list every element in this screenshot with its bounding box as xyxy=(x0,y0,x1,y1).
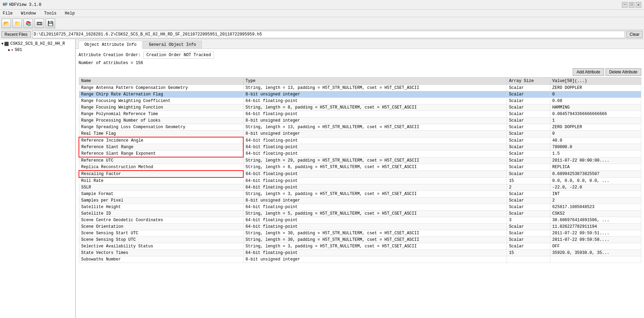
menu-window[interactable]: Window xyxy=(20,10,37,17)
table-row[interactable]: Range Focusing Weighting FunctionString,… xyxy=(79,104,641,111)
book-icon[interactable]: 📚 xyxy=(23,19,33,28)
cell-value: 30.606976414891506, ... xyxy=(550,217,641,224)
table-row[interactable]: Range Polynomial Reference Time64-bit fl… xyxy=(79,111,641,117)
attr-creation-value: Creation Order NOT Tracked xyxy=(143,52,214,59)
tree-child-item[interactable]: ▶ ● S01 xyxy=(0,47,75,53)
menu-file[interactable]: File xyxy=(1,10,14,17)
cell-value: 11.026227782911194 xyxy=(550,224,641,230)
table-row[interactable]: Satellite Height64-bit floating-pointSca… xyxy=(79,204,641,211)
recent-files-button[interactable]: Recent Files xyxy=(1,31,31,38)
cell-array-size: Scalar xyxy=(507,211,550,217)
tab-general-object-info[interactable]: General Object Info xyxy=(143,41,202,49)
cell-type: String, length = 3, padding = H5T_STR_NU… xyxy=(243,191,507,197)
table-row[interactable]: State Vectors Times64-bit floating-point… xyxy=(79,250,641,256)
table-row[interactable]: Subswaths Number8-bit unsigned integer xyxy=(79,256,641,263)
app-icon: HF xyxy=(3,2,8,7)
table-row[interactable]: Reference Incidence Angle64-bit floating… xyxy=(79,137,641,144)
cell-name: Scene Sensing Start UTC xyxy=(79,230,243,237)
table-row[interactable]: Scene Sensing Start UTCString, length = … xyxy=(79,230,641,237)
cell-array-size: Scalar xyxy=(507,164,550,171)
cell-type: 64-bit floating-point xyxy=(243,224,507,230)
cell-type: 64-bit floating-point xyxy=(243,204,507,211)
close-button[interactable]: ✕ xyxy=(636,2,641,8)
table-row[interactable]: Satellite IDString, length = 5, padding … xyxy=(79,211,641,217)
cell-value: REPLICA xyxy=(550,164,641,171)
cell-name: Range Polynomial Reference Time xyxy=(79,111,243,117)
table-row[interactable]: Scene Sensing Stop UTCString, length = 3… xyxy=(79,237,641,243)
table-row[interactable]: SSLR64-bit floating-point2-22.0, -22.0 xyxy=(79,184,641,191)
app-title: HDFView 3.1.0 xyxy=(9,2,41,7)
table-row[interactable]: Range Spreading Loss Compensation Geomet… xyxy=(79,124,641,131)
recentbar: Recent Files Clear xyxy=(0,30,644,39)
folder-icon[interactable]: 📁 xyxy=(12,19,22,28)
tree-root-item[interactable]: ▼ ⬛ CSKS2_SCS_B_HI_02_HH_R xyxy=(0,41,75,47)
add-attribute-button[interactable]: Add Attribute xyxy=(573,68,604,76)
tape-icon[interactable]: 📼 xyxy=(34,19,44,28)
cell-value: 0.68 xyxy=(550,98,641,104)
table-row[interactable]: Roll Rate64-bit floating-point150.0, 0.0… xyxy=(79,177,641,184)
cell-name: Replica Reconstruction Method xyxy=(79,164,243,171)
cell-name: Range Antenna Pattern Compensation Geome… xyxy=(79,85,243,91)
save-icon[interactable]: 💾 xyxy=(45,19,55,28)
minimize-button[interactable]: ─ xyxy=(622,2,627,8)
table-row[interactable]: Reference UTCString, length = 29, paddin… xyxy=(79,157,641,164)
cell-array-size: Scalar xyxy=(507,151,550,157)
table-row[interactable]: Real Time Flag8-bit unsigned integerScal… xyxy=(79,131,641,137)
cell-array-size: Scalar xyxy=(507,117,550,124)
cell-value: 40.0 xyxy=(550,137,641,144)
table-row[interactable]: Samples per Pixel8-bit unsigned integerS… xyxy=(79,197,641,204)
open-icon[interactable]: 📂 xyxy=(1,19,11,28)
clear-button[interactable]: Clear xyxy=(626,31,643,38)
table-row[interactable]: Range Chirp Rate Alternation Flag8-bit u… xyxy=(79,91,641,98)
tab-object-attribute-info[interactable]: Object Attribute Info xyxy=(79,41,142,49)
cell-type: String, length = 30, padding = H5T_STR_N… xyxy=(243,230,507,237)
table-row[interactable]: Replica Reconstruction MethodString, len… xyxy=(79,164,641,171)
cell-name: Range Chirp Rate Alternation Flag xyxy=(79,91,243,98)
table-row[interactable]: Range Antenna Pattern Compensation Geome… xyxy=(79,85,641,91)
maximize-button[interactable]: □ xyxy=(629,2,634,8)
menubar: File Window Tools Help xyxy=(0,10,644,17)
cell-array-size: Scalar xyxy=(507,124,550,131)
cell-array-size: Scalar xyxy=(507,230,550,237)
table-row[interactable]: Rescaling Factor64-bit floating-pointSca… xyxy=(79,171,641,177)
cell-array-size: Scalar xyxy=(507,191,550,197)
cell-array-size: Scalar xyxy=(507,131,550,137)
cell-array-size: Scalar xyxy=(507,98,550,104)
cell-name: Selective Availability Status xyxy=(79,243,243,250)
delete-attribute-button[interactable]: Delete Attribute xyxy=(605,68,641,76)
cell-type: 64-bit floating-point xyxy=(243,111,507,117)
table-row[interactable]: Selective Availability StatusString, len… xyxy=(79,243,641,250)
cell-name: Scene Orientation xyxy=(79,224,243,230)
cell-array-size: Scalar xyxy=(507,237,550,243)
attributes-table: Name Type Array Size Value[50](...) Rang… xyxy=(79,77,641,263)
cell-type: 64-bit floating-point xyxy=(243,144,507,151)
cell-value: 625817.1085048523 xyxy=(550,204,641,211)
cell-name: Sample Format xyxy=(79,191,243,197)
cell-type: String, length = 8, padding = H5T_STR_NU… xyxy=(243,164,507,171)
filepath-input[interactable] xyxy=(32,31,625,38)
cell-value xyxy=(550,256,641,263)
table-row[interactable]: Scene Centre Geodetic Coordinates64-bit … xyxy=(79,217,641,224)
cell-array-size: Scalar xyxy=(507,197,550,204)
table-row[interactable]: Reference Slant Range Exponent64-bit flo… xyxy=(79,151,641,157)
main-container: ▼ ⬛ CSKS2_SCS_B_HI_02_HH_R ▶ ● S01 Objec… xyxy=(0,39,644,318)
table-row[interactable]: Scene Orientation64-bit floating-pointSc… xyxy=(79,224,641,230)
cell-value: ZERO DOPPLER xyxy=(550,124,641,131)
table-row[interactable]: Range Focusing Weighting Coefficient64-b… xyxy=(79,98,641,104)
cell-name: Range Processing Number of Looks xyxy=(79,117,243,124)
table-row[interactable]: Reference Slant Range64-bit floating-poi… xyxy=(79,144,641,151)
menu-tools[interactable]: Tools xyxy=(43,10,58,17)
cell-array-size: Scalar xyxy=(507,224,550,230)
content-area: Attribute Creation Order: Creation Order… xyxy=(76,49,644,318)
num-attributes: Number of attributes = 156 xyxy=(79,61,641,65)
cell-array-size: Scalar xyxy=(507,243,550,250)
cell-array-size: Scalar xyxy=(507,85,550,91)
table-row[interactable]: Range Processing Number of Looks8-bit un… xyxy=(79,117,641,124)
cell-array-size: Scalar xyxy=(507,204,550,211)
table-body: Range Antenna Pattern Compensation Geome… xyxy=(79,85,641,263)
menu-help[interactable]: Help xyxy=(63,10,76,17)
table-row[interactable]: Sample FormatString, length = 3, padding… xyxy=(79,191,641,197)
col-header-array-size: Array Size xyxy=(507,78,550,85)
attr-creation-label: Attribute Creation Order: xyxy=(79,53,141,58)
cell-type: 8-bit unsigned integer xyxy=(243,197,507,204)
